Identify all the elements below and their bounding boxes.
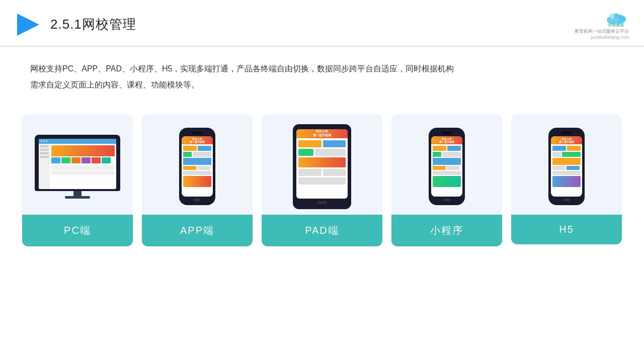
label-mini: 小程序 — [391, 215, 502, 246]
description-line2: 需求自定义页面上的内容、课程、功能模块等。 — [30, 77, 614, 93]
label-pad: PAD端 — [262, 215, 382, 246]
description: 网校支持PC、APP、PAD、小程序、H5，实现多端打通，产品各终端自由切换，数… — [0, 47, 644, 93]
cards-section: PC端 职达人的第一堂升值课 — [0, 98, 644, 256]
header-left: 2.5.1网校管理 — [15, 12, 136, 38]
svg-point-5 — [609, 14, 614, 19]
card-pc: PC端 — [22, 114, 133, 246]
card-mini: 职达人的第一堂升值课 — [391, 114, 502, 246]
pc-image-area — [22, 114, 133, 215]
cloud-logo-icon: 云朵课堂 — [605, 9, 629, 27]
label-h5: H5 — [511, 215, 622, 244]
pad-image-area: 职达人的第一堂升值课 — [262, 114, 382, 215]
description-line1: 网校支持PC、APP、PAD、小程序、H5，实现多端打通，产品各终端自由切换，数… — [30, 61, 614, 77]
page-title: 2.5.1网校管理 — [50, 16, 136, 33]
label-pc: PC端 — [22, 215, 133, 246]
pc-monitor-icon — [35, 135, 120, 199]
logo-cloud-wrap: 云朵课堂 — [605, 9, 629, 27]
card-h5: 职达人的第一堂升值课 — [511, 114, 622, 244]
h5-image-area: 职达人的第一堂升值课 — [511, 114, 622, 215]
logo-area: 云朵课堂 教育机构一站式服务云平台 yunduoketang.com — [575, 9, 629, 40]
phone-app-icon: 职达人的第一堂升值课 — [179, 128, 215, 205]
card-app: 职达人的第一堂升值课 — [142, 114, 253, 246]
tablet-pad-icon: 职达人的第一堂升值课 — [293, 124, 351, 209]
logo-tagline: 教育机构一站式服务云平台 — [575, 28, 629, 35]
label-app: APP端 — [142, 215, 253, 246]
mini-image-area: 职达人的第一堂升值课 — [391, 114, 502, 215]
card-pad: 职达人的第一堂升值课 — [262, 114, 382, 246]
phone-h5-icon: 职达人的第一堂升值课 — [548, 128, 585, 205]
svg-marker-0 — [17, 14, 39, 36]
app-image-area: 职达人的第一堂升值课 — [142, 114, 253, 215]
logo-url: yunduoketang.com — [591, 35, 629, 40]
header: 2.5.1网校管理 云朵课堂 教育机构一站式服务云平台 yunduoketang… — [0, 0, 644, 47]
play-icon — [15, 12, 41, 38]
svg-text:云朵课堂: 云朵课堂 — [608, 23, 624, 27]
phone-mini-icon: 职达人的第一堂升值课 — [429, 128, 465, 205]
